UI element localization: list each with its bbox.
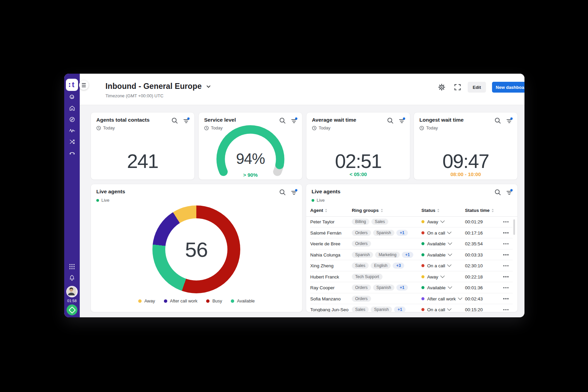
table-row[interactable]: Nahia Colunga SpanishMarketing+1 Availab… <box>306 249 517 261</box>
sort-icon[interactable] <box>491 209 494 213</box>
gauge-value: 94% <box>199 150 302 167</box>
legend-item[interactable]: After call work <box>164 298 198 303</box>
activity-pulse-icon <box>69 127 76 134</box>
table-row[interactable]: Salomé Fernán OrdersSpanish+1 On a call … <box>306 227 517 239</box>
chevron-down-icon[interactable] <box>206 84 211 89</box>
live-badge: Live <box>96 198 109 203</box>
period-label: Today <box>103 125 115 130</box>
table-scrollbar[interactable] <box>513 219 515 235</box>
agent-name: Hubert Franck <box>310 274 339 279</box>
chevron-down-icon[interactable] <box>440 274 445 278</box>
search-icon[interactable] <box>494 188 502 196</box>
legend-dot-icon <box>164 299 167 303</box>
status-dropdown[interactable]: Available <box>421 241 451 246</box>
user-avatar[interactable] <box>66 286 78 297</box>
row-menu-button[interactable] <box>503 263 509 268</box>
sidebar-item-monitoring[interactable] <box>67 125 77 136</box>
sidebar-item-notifications[interactable] <box>67 273 77 283</box>
status-dot-icon <box>421 275 424 278</box>
status-label: On a call <box>427 230 445 235</box>
legend-item[interactable]: Available <box>231 298 255 303</box>
sidebar-toggle-button[interactable] <box>79 80 89 90</box>
sidebar-item-calls[interactable] <box>67 148 77 158</box>
status-dropdown[interactable]: On a call <box>421 230 451 235</box>
status-diamond-button[interactable] <box>67 304 77 315</box>
table-row[interactable]: Ray Cooper OrdersSpanish+1 Available 00:… <box>306 282 517 293</box>
status-dropdown[interactable]: After call work <box>421 296 462 301</box>
row-menu-button[interactable] <box>503 252 509 257</box>
new-dashboard-button[interactable]: New dashboard <box>492 82 524 93</box>
chevron-down-icon[interactable] <box>440 219 445 223</box>
sidebar: t <box>64 74 80 317</box>
home-icon <box>69 105 76 112</box>
legend-item[interactable]: Busy <box>206 298 222 303</box>
edit-button[interactable]: Edit <box>468 82 486 93</box>
sidebar-item-explore[interactable] <box>67 114 77 124</box>
search-icon[interactable] <box>494 117 502 125</box>
chevron-down-icon[interactable] <box>447 307 451 311</box>
search-icon[interactable] <box>171 117 179 125</box>
row-menu-button[interactable] <box>503 230 509 235</box>
sidebar-item-apps[interactable] <box>67 262 77 272</box>
ring-groups: SalesEnglish+3 <box>352 263 404 269</box>
chevron-down-icon[interactable] <box>458 296 462 300</box>
status-dropdown[interactable]: Away <box>421 219 444 224</box>
column-header-agent[interactable]: Agent <box>310 208 327 213</box>
status-dropdown[interactable]: Available <box>421 285 451 290</box>
more-ring-groups-pill[interactable]: +1 <box>394 307 406 312</box>
table-row[interactable]: Sofia Manzano Orders After call work 00:… <box>306 293 517 304</box>
period-today: Today <box>96 125 115 130</box>
filter-icon[interactable] <box>398 117 406 125</box>
more-ring-groups-pill[interactable]: +1 <box>402 252 413 258</box>
row-menu-button[interactable] <box>503 274 509 279</box>
row-menu-button[interactable] <box>503 307 509 312</box>
sort-icon[interactable] <box>437 209 440 213</box>
settings-gear-icon[interactable] <box>438 83 446 91</box>
status-dropdown[interactable]: On a call <box>421 307 451 312</box>
row-menu-button[interactable] <box>503 285 509 290</box>
row-menu-button[interactable] <box>503 241 509 246</box>
timezone-subtitle: Timezone (GMT +00:00) UTC <box>105 93 164 98</box>
legend-item[interactable]: Away <box>138 298 155 303</box>
sort-icon[interactable] <box>325 209 327 213</box>
chevron-down-icon[interactable] <box>448 285 452 289</box>
table-row[interactable]: Peter Taylor BillingSales Away 00:01:29 <box>306 216 517 227</box>
sidebar-item-routing[interactable] <box>67 137 77 147</box>
row-menu-button[interactable] <box>503 296 509 301</box>
talkdesk-logo[interactable]: t <box>66 79 78 91</box>
table-row[interactable]: Xing Zheng SalesEnglish+3 On a call 02:3… <box>306 260 517 271</box>
more-ring-groups-pill[interactable]: +3 <box>393 263 404 269</box>
clock-icon <box>312 126 317 130</box>
filter-icon[interactable] <box>505 188 513 196</box>
chevron-down-icon[interactable] <box>448 252 452 256</box>
chevron-down-icon[interactable] <box>447 263 451 267</box>
card-live-agents-table: Live agents Live Agent Ring groups Statu… <box>306 184 518 312</box>
filter-icon[interactable] <box>290 188 298 196</box>
row-menu-button[interactable] <box>503 219 509 224</box>
sidebar-item-agents[interactable] <box>67 92 77 102</box>
agent-name: Veerle de Bree <box>310 241 340 246</box>
search-icon[interactable] <box>386 117 394 125</box>
more-ring-groups-pill[interactable]: +1 <box>396 285 408 291</box>
column-header-status[interactable]: Status <box>421 208 440 213</box>
card-live-agents-chart: Live agents Live 56 AwayAfter call workB… <box>91 184 302 312</box>
status-dropdown[interactable]: Available <box>421 252 451 257</box>
sort-icon[interactable] <box>381 209 383 213</box>
chevron-down-icon[interactable] <box>447 230 451 234</box>
column-header-ring-groups[interactable]: Ring groups <box>352 208 383 213</box>
table-row[interactable]: Veerle de Bree Orders Available 02:35:54 <box>306 238 517 249</box>
chevron-down-icon[interactable] <box>448 241 452 245</box>
filter-icon[interactable] <box>182 117 190 125</box>
dashboard-title-dropdown[interactable]: Inbound - General Europe <box>105 82 211 91</box>
filter-icon[interactable] <box>505 117 513 125</box>
table-row[interactable]: Hubert Franck Tech Support Away 00:22:18 <box>306 271 517 283</box>
fullscreen-icon[interactable] <box>454 83 462 91</box>
search-icon[interactable] <box>278 188 287 196</box>
status-dropdown[interactable]: On a call <box>421 263 451 268</box>
more-ring-groups-pill[interactable]: +1 <box>396 230 408 236</box>
status-dropdown[interactable]: Away <box>421 274 444 279</box>
table-row[interactable]: Tongbang Jun-Seo SalesSpanish+1 On a cal… <box>306 304 517 312</box>
legend-dot-icon <box>206 299 210 303</box>
sidebar-item-home[interactable] <box>67 103 77 113</box>
column-header-status-time[interactable]: Status time <box>465 208 494 213</box>
